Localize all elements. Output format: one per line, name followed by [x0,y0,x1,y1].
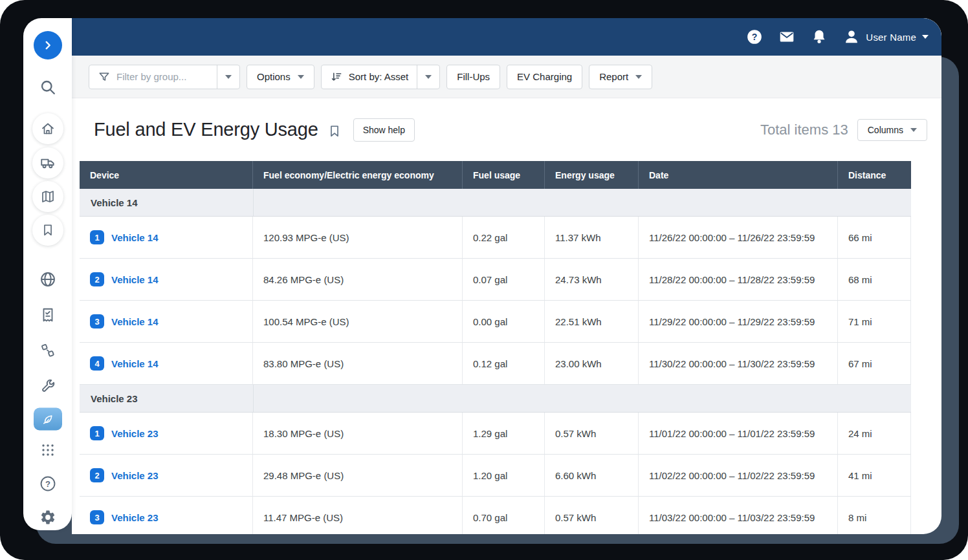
table-header-row: Device Fuel economy/Electric energy econ… [80,161,911,189]
sidebar-expand-button[interactable] [34,31,62,59]
help-icon[interactable]: ? [746,28,763,45]
fuel-economy-cell: 84.26 MPG-e (US) [253,259,463,300]
table-body: Vehicle 14 1 Vehicle 14 120.93 MPG-e (US… [80,189,911,534]
row-index-badge: 3 [90,314,104,328]
sidebar-item-apps-grid[interactable] [40,442,56,458]
top-navigation-bar: ? User Name [72,18,941,56]
header-fuel-usage[interactable]: Fuel usage [463,161,545,189]
distance-cell: 71 mi [838,301,911,342]
energy-usage-cell: 0.57 kWh [545,413,639,454]
date-cell: 11/30/22 00:00:00 – 11/30/22 23:59:59 [639,343,838,384]
table-row[interactable]: 3 Vehicle 14 100.54 MPG-e (US) 0.00 gal … [80,301,911,343]
total-items-count: 13 [832,122,848,138]
header-date[interactable]: Date [639,161,838,189]
table-row[interactable]: 1 Vehicle 14 120.93 MPG-e (US) 0.22 gal … [80,217,911,259]
table-row[interactable]: 2 Vehicle 14 84.26 MPG-e (US) 0.07 gal 2… [80,259,911,301]
sidebar-item-bookmarks[interactable] [32,215,63,246]
user-avatar-icon [843,28,860,45]
energy-usage-cell: 11.37 kWh [545,217,639,258]
sidebar-item-settings-gear[interactable] [39,509,56,526]
header-energy-usage[interactable]: Energy usage [545,161,639,189]
distance-cell: 68 mi [838,259,911,300]
filter-funnel-icon [98,70,111,83]
group-header-row[interactable]: Vehicle 14 [80,189,911,217]
device-link[interactable]: Vehicle 14 [111,232,159,243]
row-index-badge: 1 [90,230,104,244]
device-cell: 3 Vehicle 14 [80,301,253,342]
fuel-usage-cell: 0.22 gal [463,217,545,258]
table-row[interactable]: 3 Vehicle 23 11.47 MPG-e (US) 0.70 gal 0… [80,497,911,534]
sidebar-item-rules[interactable] [39,307,56,323]
table-row[interactable]: 2 Vehicle 23 29.48 MPG-e (US) 1.20 gal 6… [80,455,911,497]
sort-caret-icon [425,75,432,79]
total-items-label: Total items [760,122,828,138]
user-menu[interactable]: User Name [843,28,929,45]
filter-caret-icon [225,75,232,79]
distance-cell: 66 mi [838,217,911,258]
group-header-row[interactable]: Vehicle 23 [80,385,911,413]
bookmark-page-icon[interactable] [327,124,342,138]
user-menu-caret-icon [922,35,929,39]
fuel-economy-cell: 18.30 MPG-e (US) [253,413,463,454]
filter-by-group-input[interactable] [116,71,208,82]
ev-charging-button[interactable]: EV Charging [507,65,582,89]
row-index-badge: 2 [90,468,104,482]
show-help-button[interactable]: Show help [353,118,415,142]
device-cell: 3 Vehicle 23 [80,497,253,534]
device-cell: 2 Vehicle 14 [80,259,253,300]
sidebar-item-vehicles[interactable] [32,147,63,178]
device-link[interactable]: Vehicle 23 [111,428,159,439]
filter-input-segment[interactable] [89,65,217,89]
svg-text:?: ? [45,479,50,489]
sort-by-button[interactable]: Sort by: Asset [322,65,417,89]
sidebar-item-maintenance-wrench[interactable] [39,378,56,394]
device-link[interactable]: Vehicle 23 [111,470,159,481]
total-items-text: Total items 13 [760,122,848,138]
columns-button[interactable]: Columns [857,119,927,141]
device-cell: 1 Vehicle 23 [80,413,253,454]
row-index-badge: 4 [90,356,104,371]
search-icon[interactable] [39,78,57,96]
sidebar-item-zones[interactable] [39,342,56,359]
report-button[interactable]: Report [589,65,652,89]
app-window: ? User Name [72,18,941,534]
notifications-bell-icon[interactable] [811,28,828,45]
device-link[interactable]: Vehicle 14 [111,316,159,327]
device-link[interactable]: Vehicle 14 [111,274,159,285]
options-label: Options [257,71,291,82]
distance-cell: 41 mi [838,455,911,496]
sort-dropdown-toggle[interactable] [417,65,439,89]
screenshot-stage: ? User Name [0,0,968,560]
sidebar-item-groups-globe[interactable] [39,270,57,288]
filter-dropdown-toggle[interactable] [217,65,239,89]
row-index-badge: 3 [90,510,104,524]
left-sidebar: ? [23,18,72,530]
toolbar: Options Sort by: Asset Fill-Ups EV Char [72,56,941,98]
table-row[interactable]: 1 Vehicle 23 18.30 MPG-e (US) 1.29 gal 0… [80,413,911,455]
report-caret-icon [635,75,642,79]
table-row[interactable]: 4 Vehicle 14 83.80 MPG-e (US) 0.12 gal 2… [80,343,911,385]
messages-icon[interactable] [778,28,795,45]
distance-cell: 8 mi [838,497,911,534]
page-title: Fuel and EV Energy Usage [94,119,318,140]
fuel-economy-cell: 100.54 MPG-e (US) [253,301,463,342]
header-device[interactable]: Device [80,161,253,189]
header-fuel-economy[interactable]: Fuel economy/Electric energy economy [253,161,463,189]
header-distance[interactable]: Distance [838,161,911,189]
fill-ups-button[interactable]: Fill-Ups [446,65,500,89]
sidebar-item-sustainability-active[interactable] [34,408,62,431]
distance-cell: 24 mi [838,413,911,454]
sidebar-item-help[interactable]: ? [39,475,56,493]
fuel-usage-cell: 1.20 gal [463,455,545,496]
sidebar-item-home[interactable] [32,113,63,144]
device-link[interactable]: Vehicle 23 [111,512,159,523]
options-button[interactable]: Options [247,65,314,89]
sidebar-item-map[interactable] [32,181,63,212]
date-cell: 11/02/22 00:00:00 – 11/02/22 23:59:59 [639,455,838,496]
device-cell: 1 Vehicle 14 [80,217,253,258]
device-link[interactable]: Vehicle 14 [111,358,159,369]
sort-by-label: Sort by: Asset [349,71,409,82]
fuel-usage-cell: 0.12 gal [463,343,545,384]
date-cell: 11/26/22 00:00:00 – 11/26/22 23:59:59 [639,217,838,258]
energy-usage-cell: 22.51 kWh [545,301,639,342]
